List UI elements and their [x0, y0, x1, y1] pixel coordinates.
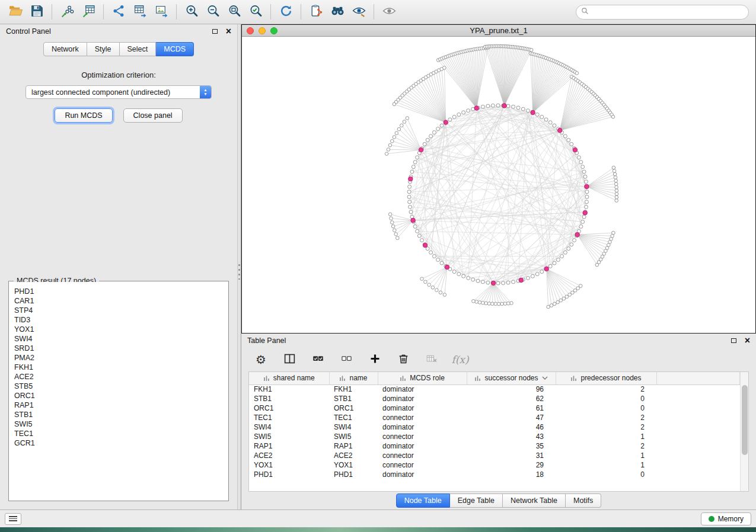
table-panel: Table Panel × ⚙ f(x) shared	[241, 334, 756, 509]
network-node	[579, 161, 583, 164]
table-row[interactable]: ORC1ORC1dominator610	[249, 403, 740, 413]
mcds-result-item[interactable]: STB5	[14, 382, 228, 391]
zoom-selected-button[interactable]	[245, 2, 266, 21]
tab-node-table[interactable]: Node Table	[396, 493, 450, 508]
network-node	[535, 113, 539, 116]
deselect-all-button[interactable]	[339, 352, 354, 367]
zoom-fit-button[interactable]	[224, 2, 245, 21]
network-node	[553, 124, 556, 127]
desktop-background-strip	[0, 527, 756, 532]
zoom-out-button[interactable]	[202, 2, 224, 21]
table-row[interactable]: ACE2ACE2connector311	[249, 451, 740, 460]
mcds-result-item[interactable]: SWI4	[14, 334, 228, 344]
import-network-button[interactable]	[56, 2, 78, 21]
tab-motifs[interactable]: Motifs	[566, 493, 601, 508]
mcds-result-item[interactable]: STB1	[14, 410, 228, 419]
style-preview-button[interactable]	[348, 2, 369, 21]
mcds-result-item[interactable]: PHD1	[14, 287, 228, 296]
network-node	[585, 195, 589, 198]
tab-style[interactable]: Style	[87, 42, 120, 56]
select-all-button[interactable]	[310, 352, 326, 367]
zoom-in-button[interactable]	[181, 2, 202, 21]
clipboard-share-button[interactable]	[305, 2, 327, 21]
tab-network[interactable]: Network	[43, 42, 87, 56]
table-row[interactable]: TEC1TEC1connector472	[249, 413, 740, 422]
close-panel-button[interactable]: Close panel	[123, 108, 183, 123]
column-header-mcds-role[interactable]: MCDS role	[378, 372, 467, 384]
column-header-shared-name[interactable]: shared name	[249, 372, 329, 384]
table-row[interactable]: YOX1YOX1connector291	[249, 460, 740, 470]
tab-mcds[interactable]: MCDS	[156, 42, 194, 56]
network-canvas[interactable]	[242, 37, 755, 333]
network-node	[556, 258, 560, 262]
tab-edge-table[interactable]: Edge Table	[450, 493, 503, 508]
network-node	[570, 142, 573, 146]
network-leaf-node	[568, 293, 572, 297]
open-button[interactable]	[5, 2, 26, 21]
new-network-button[interactable]	[108, 2, 129, 21]
column-header-successor-nodes[interactable]: successor nodes	[467, 372, 556, 384]
column-header-name[interactable]: name	[329, 372, 378, 384]
mcds-result-item[interactable]: SWI5	[14, 419, 228, 429]
float-panel-icon[interactable]	[212, 29, 218, 34]
network-node	[531, 274, 534, 278]
column-header-predecessor-nodes[interactable]: predecessor nodes	[556, 372, 656, 384]
memory-button[interactable]: Memory	[701, 512, 751, 525]
show-graphics-button[interactable]	[378, 2, 400, 21]
import-table-button[interactable]	[78, 2, 99, 21]
mcds-result-item[interactable]: ORC1	[14, 391, 228, 400]
mcds-result-item[interactable]: CAR1	[14, 296, 228, 306]
delete-column-button[interactable]	[395, 352, 411, 367]
table-row[interactable]: FKH1FKH1dominator962	[249, 384, 740, 394]
mcds-result-item[interactable]: PMA2	[14, 353, 228, 363]
export-image-button[interactable]	[151, 2, 172, 21]
save-button[interactable]	[26, 2, 47, 21]
network-leaf-node	[388, 143, 392, 147]
network-node	[567, 247, 570, 251]
add-column-button[interactable]	[367, 352, 382, 367]
table-scrollbar[interactable]	[740, 372, 748, 491]
network-node	[423, 142, 426, 146]
network-node	[581, 165, 585, 169]
close-table-panel-icon[interactable]: ×	[745, 336, 750, 345]
import-network-icon	[60, 4, 75, 21]
export-table-button[interactable]	[129, 2, 151, 21]
mcds-result-item[interactable]: RAP1	[14, 400, 228, 410]
mcds-result-item[interactable]: TID3	[14, 315, 228, 325]
mcds-result-item[interactable]: YOX1	[14, 325, 228, 334]
function-builder-button[interactable]: f(x)	[452, 352, 468, 367]
mcds-result-item[interactable]: STP4	[14, 306, 228, 315]
network-leaf-node	[494, 302, 497, 306]
search-input[interactable]	[592, 8, 744, 16]
tab-select[interactable]: Select	[120, 42, 157, 56]
table-row[interactable]: SWI5SWI5connector431	[249, 432, 740, 441]
status-menu-button[interactable]	[5, 513, 21, 525]
network-node	[476, 279, 480, 283]
mcds-result-item[interactable]: TEC1	[14, 429, 228, 438]
search-network-button[interactable]	[327, 2, 348, 21]
mcds-result-item[interactable]: SRD1	[14, 344, 228, 353]
delete-table-button[interactable]	[424, 352, 439, 367]
optimization-criterion-select[interactable]: largest connected component (undirected)…	[25, 85, 212, 99]
float-table-panel-icon[interactable]	[731, 338, 736, 343]
network-leaf-node	[394, 233, 398, 236]
network-graph[interactable]	[242, 37, 755, 333]
close-panel-icon[interactable]: ×	[226, 27, 231, 36]
table-row[interactable]: RAP1RAP1dominator352	[249, 441, 740, 451]
table-row[interactable]: STB1STB1dominator620	[249, 394, 740, 403]
refresh-button[interactable]	[275, 2, 296, 21]
tab-network-table[interactable]: Network Table	[503, 493, 566, 508]
panel-splitter[interactable]	[237, 24, 241, 509]
show-columns-button[interactable]	[282, 352, 297, 367]
table-row[interactable]: SWI4SWI4dominator462	[249, 422, 740, 432]
mcds-result-item[interactable]: GCR1	[14, 438, 228, 448]
mcds-result-list[interactable]: PHD1CAR1STP4TID3YOX1SWI4SRD1PMA2FKH1ACE2…	[9, 282, 228, 500]
run-mcds-button[interactable]: Run MCDS	[55, 108, 112, 123]
table-row[interactable]: PHD1PHD1dominator180	[249, 470, 740, 479]
mcds-result-item[interactable]: FKH1	[14, 363, 228, 372]
network-window-titlebar[interactable]: YPA_prune.txt_1	[242, 25, 755, 37]
scrollbar-thumb[interactable]	[742, 385, 748, 455]
network-window-title: YPA_prune.txt_1	[242, 26, 755, 35]
table-settings-button[interactable]: ⚙	[253, 352, 269, 367]
mcds-result-item[interactable]: ACE2	[14, 372, 228, 382]
